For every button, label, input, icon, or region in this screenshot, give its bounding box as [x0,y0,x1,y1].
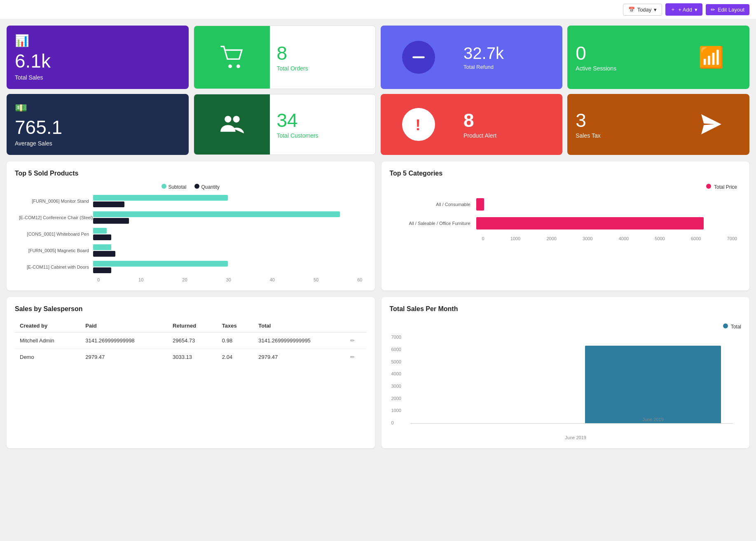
exclamation-icon: ! [408,114,429,135]
table-row: Demo2979.473033.132.042979.47✏ [15,349,367,365]
active-sessions-card[interactable]: 0 Active Sessions 📶 [567,26,749,89]
exclamation-circle: ! [402,108,435,141]
cell-total: 3141.2699999999995 [253,333,345,349]
chevron-down-icon-add: ▾ [695,7,697,13]
salesperson-tbody: Mitchell Admin3141.26999999999829654.730… [15,333,367,365]
cell-returned: 29654.73 [168,333,217,349]
product-alert-value: 8 [463,110,556,131]
col-paid: Paid [80,319,168,333]
monthly-sales-chart: Total Sales Per Month Total 010002000300… [382,297,750,448]
sales-tax-label: Sales Tax [576,132,666,139]
bar-label: [E-COM11] Cabinet with Doors [19,265,93,269]
bar-row: [E-COM12] Conference Chair (Steel) [19,211,363,224]
average-sales-label: Average Sales [15,140,180,147]
customers-icon-area [194,94,270,155]
product-alert-label: Product Alert [463,132,556,139]
cat-rows: All / ConsumableAll / Saleable / Office … [394,198,737,230]
total-sales-card[interactable]: 📊 6.1k Total Sales [7,26,189,89]
monthly-bar [585,346,721,424]
sales-by-salesperson: Sales by Salesperson Created by Paid Ret… [7,297,375,448]
total-customers-value: 34 [276,110,368,131]
total-orders-value: 8 [276,43,368,64]
product-alert-card[interactable]: ! 8 Product Alert [381,94,563,155]
svg-point-4 [233,116,239,123]
total-sales-label: Total Sales [15,74,180,81]
bar-row: [CONS_0001] Whiteboard Pen [19,228,363,240]
cat-chart: Total Price All / ConsumableAll / Saleab… [390,184,742,241]
wifi-icon-area: 📶 [673,26,749,89]
total-customers-card[interactable]: 34 Total Customers [194,94,376,155]
cat-bar-wrap [476,198,737,211]
quantity-bar [93,251,115,257]
table-header-row: Created by Paid Returned Taxes Total [15,319,367,333]
charts-row-2: Sales by Salesperson Created by Paid Ret… [7,297,749,448]
legend-subtotal: Subtotal [161,184,186,190]
add-button[interactable]: ＋ + Add ▾ [665,3,702,16]
kpi-row: 📊 6.1k Total Sales 8 Total Orders [7,26,749,155]
cat-legend-price: Total Price [706,184,737,190]
bar-group [93,244,363,257]
monthly-legend: Total [390,323,742,330]
bar-label: [E-COM12] Conference Chair (Steel) [19,215,93,220]
send-icon-area [673,94,749,155]
monthly-bars-wrap: June 2019 [410,335,733,424]
cell-paid: 3141.269999999998 [80,333,168,349]
bar-group [93,211,363,224]
total-orders-label: Total Orders [276,65,368,72]
minus-circle [402,41,435,74]
x-axis: 0102030405060 [19,277,363,282]
cart-icon [218,43,246,72]
cat-row: All / Saleable / Office Furniture [394,217,737,230]
active-sessions-label: Active Sessions [576,65,666,72]
monthly-bar-col [410,335,570,424]
total-refund-card[interactable]: 32.7k Total Refund [381,26,563,89]
edit-layout-button[interactable]: ✏ Edit Layout [706,4,749,15]
sales-salesperson-title: Sales by Salesperson [15,305,367,313]
top5-products-chart: Top 5 Sold Products Subtotal Quantity [F… [7,162,375,290]
cell-paid: 2979.47 [80,349,168,365]
table-row: Mitchell Admin3141.26999999999829654.730… [15,333,367,349]
bar-rows: [FURN_0006] Monitor Stand[E-COM12] Confe… [19,195,363,273]
cat-label: All / Saleable / Office Furniture [394,221,476,226]
calendar-icon: 📅 [628,7,635,13]
monthly-chart-body: Total 01000200030004000500060007000 June… [390,319,742,440]
average-sales-card[interactable]: 💵 765.1 Average Sales [7,94,189,155]
edit-icon[interactable]: ✏ [350,354,355,360]
june-label: June 2019 [390,435,742,440]
subtotal-bar [93,195,228,201]
add-icon: ＋ [670,6,676,13]
bar-label: [FURN_0005] Magnetic Board [19,248,93,253]
today-button[interactable]: 📅 Today ▾ [623,4,662,16]
bar-row: [FURN_0006] Monitor Stand [19,195,363,207]
bar-group [93,261,363,273]
sales-tax-card[interactable]: 3 Sales Tax [567,94,749,155]
quantity-bar [93,218,129,224]
col-taxes: Taxes [217,319,254,333]
cell-total: 2979.47 [253,349,345,365]
bar-row: [E-COM11] Cabinet with Doors [19,261,363,273]
average-sales-value: 765.1 [15,117,180,138]
cell-taxes: 0.98 [217,333,254,349]
refund-icon-area [381,26,457,89]
col-total: Total [253,319,345,333]
top5-categories-chart: Top 5 Categories Total Price All / Consu… [382,162,750,290]
legend-quantity: Quantity [194,184,220,190]
monthly-title: Total Sales Per Month [390,305,742,313]
total-sales-value: 6.1k [15,51,180,72]
bar-label: [CONS_0001] Whiteboard Pen [19,232,93,237]
quantity-bar [93,201,124,207]
subtotal-bar [93,228,107,234]
monthly-chart-area: 01000200030004000500060007000 June 2019 [390,335,742,433]
dollar-icon: 💵 [15,102,180,114]
add-label: + Add [678,7,692,13]
edit-icon[interactable]: ✏ [350,337,355,344]
total-orders-card[interactable]: 8 Total Orders [194,26,376,89]
total-customers-label: Total Customers [276,132,368,139]
x-baseline [410,423,733,424]
total-refund-label: Total Refund [463,64,556,70]
monthly-month-label: June 2019 [642,417,663,422]
cat-bar-wrap [476,217,737,230]
pencil-icon: ✏ [711,7,715,13]
bar-row: [FURN_0005] Magnetic Board [19,244,363,257]
cat-bar [476,217,704,230]
